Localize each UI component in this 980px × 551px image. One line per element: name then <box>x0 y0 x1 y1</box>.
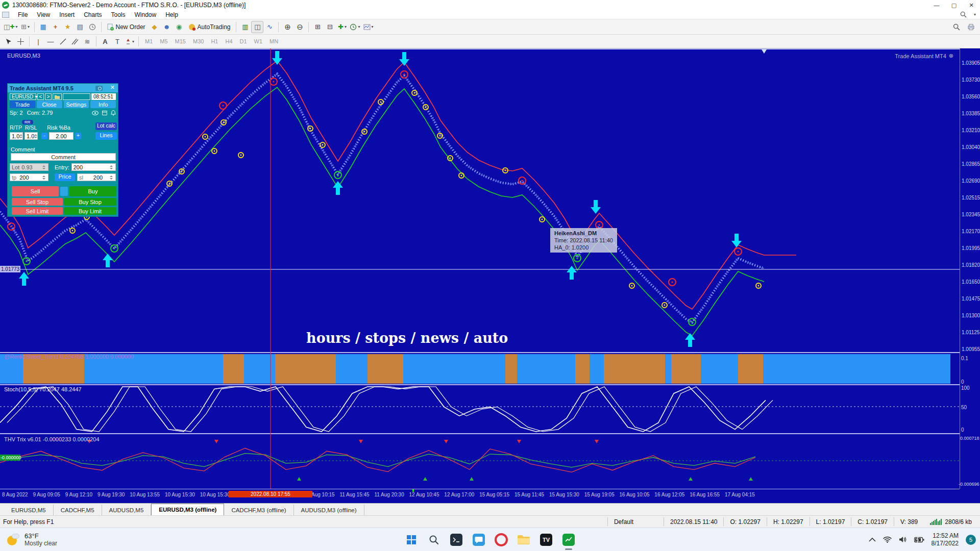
line-chart-button[interactable]: ∿ <box>263 21 276 33</box>
panel-title-bar[interactable]: Trade Assistant MT4 9.5 ✕ <box>8 84 118 92</box>
taskbar-clock[interactable]: 12:52 AM 8/17/2022 <box>932 532 959 547</box>
crosshair-tool-button[interactable] <box>14 35 27 47</box>
panel-tab-info[interactable]: Info <box>90 101 116 108</box>
timeframe-m1[interactable]: M1 <box>141 36 156 46</box>
buy-limit-button[interactable]: Buy Limit <box>64 207 116 215</box>
timeframe-m15[interactable]: M15 <box>172 36 189 46</box>
bell-icon[interactable] <box>111 110 116 116</box>
new-order-button[interactable]: New Order <box>104 21 149 33</box>
minimize-button[interactable]: — <box>928 0 945 10</box>
tile-windows-button[interactable]: ⊞ <box>311 21 324 33</box>
zoom-in-button[interactable]: ⊕ <box>281 21 293 33</box>
tp-input[interactable]: tp200 <box>10 173 48 181</box>
horizontal-line-tool[interactable]: — <box>44 35 57 47</box>
menu-view[interactable]: View <box>32 11 55 18</box>
menu-tools[interactable]: Tools <box>107 11 130 18</box>
chat-app-button[interactable] <box>470 531 487 548</box>
chart-tab-eurusd[interactable]: EURUSD,M3 (offline) <box>151 504 224 515</box>
panel-tab-trade[interactable]: Trade <box>10 101 35 108</box>
speaker-icon[interactable] <box>899 536 907 543</box>
zoom-out-button[interactable]: ⊖ <box>293 21 306 33</box>
maximize-button[interactable]: ▢ <box>945 0 963 10</box>
sl-input[interactable]: sl200 <box>77 173 116 181</box>
sell-limit-button[interactable]: Sell Limit <box>12 207 63 215</box>
autotrading-button[interactable]: AutoTrading <box>185 21 234 33</box>
eye-icon[interactable] <box>92 111 99 115</box>
timeframe-w1[interactable]: W1 <box>251 36 266 46</box>
toolbar-search-icon[interactable] <box>953 23 960 31</box>
lot-calc-button[interactable]: Lot calc <box>95 122 117 130</box>
panel-folder-icon[interactable] <box>53 93 62 100</box>
chevron-down-icon[interactable]: ▾ <box>974 12 976 17</box>
menu-insert[interactable]: Insert <box>55 11 79 18</box>
menu-charts[interactable]: Charts <box>79 11 106 18</box>
calendar-icon[interactable] <box>102 110 107 115</box>
navigator-button[interactable]: ★ <box>62 21 74 33</box>
panel-close-icon[interactable]: ✕ <box>110 84 115 91</box>
risk-plus-button[interactable]: + <box>75 133 81 139</box>
indicators-button[interactable]: ✚▾ <box>336 21 348 33</box>
chart-tab-audusd[interactable]: AUDUSD,M3 (offline) <box>294 505 364 515</box>
status-profile[interactable]: Default <box>607 517 664 525</box>
fibonacci-tool[interactable]: ≋ <box>81 35 93 47</box>
close-button[interactable]: ✕ <box>963 0 980 10</box>
chart-tab-audusd[interactable]: AUDUSD,M5 <box>102 505 152 515</box>
timeframe-h1[interactable]: H1 <box>207 36 222 46</box>
battery-icon[interactable] <box>914 537 924 543</box>
panel-next-button[interactable]: > <box>45 93 52 100</box>
notification-badge[interactable]: 5 <box>966 535 976 545</box>
child-window-icon[interactable] <box>2 12 9 18</box>
lines-button[interactable]: Lines <box>95 132 117 140</box>
panel-tab-settings[interactable]: Settings <box>64 101 89 108</box>
market-watch-button[interactable]: ▦ <box>37 21 50 33</box>
bar-chart-button[interactable]: ▥ <box>239 21 251 33</box>
buy-stop-button[interactable]: Buy Stop <box>64 198 116 206</box>
entry-input[interactable]: 200 <box>71 163 116 171</box>
signals-button[interactable]: ◉ <box>173 21 185 33</box>
trendline-tool[interactable] <box>57 35 69 47</box>
buy-button[interactable]: Buy <box>69 186 116 196</box>
start-button[interactable] <box>403 531 420 548</box>
menu-window[interactable]: Window <box>130 11 161 18</box>
chart-tab-cadchf[interactable]: CADCHF,M3 (offline) <box>224 505 293 515</box>
taskbar-search-button[interactable] <box>425 531 443 548</box>
corner-close-icon[interactable]: ⊗ <box>949 53 953 59</box>
weather-widget[interactable]: 63°F Mostly clear <box>0 532 57 547</box>
periods-button[interactable]: ▾ <box>348 21 361 33</box>
expert-advisors-button[interactable]: ◆ <box>149 21 161 33</box>
trading-terminal-button[interactable] <box>560 531 577 548</box>
new-chart-button[interactable]: ◫✚▾ <box>2 21 19 33</box>
profiles-button[interactable]: ⊞▾ <box>19 21 32 33</box>
print-icon[interactable] <box>967 23 975 31</box>
tester-agent-button[interactable]: ☻ <box>161 21 173 33</box>
search-icon[interactable] <box>960 11 967 18</box>
channel-tool[interactable] <box>69 35 81 47</box>
sell-stop-button[interactable]: Sell Stop <box>12 198 63 206</box>
text-label-tool[interactable]: T <box>111 35 124 47</box>
file-explorer-button[interactable] <box>515 531 532 548</box>
chart-tab-cadchf[interactable]: CADCHF,M5 <box>54 505 102 515</box>
risk-minus-button[interactable]: - <box>41 133 47 139</box>
terminal-button[interactable]: ▤ <box>74 21 86 33</box>
price-button[interactable]: Price <box>55 173 75 181</box>
lot-input[interactable]: Lot0.93 <box>10 163 48 171</box>
panel-tab-close[interactable]: Close <box>37 101 62 108</box>
rtp-input[interactable]: 1.0 <box>10 132 23 140</box>
timeframe-d1[interactable]: D1 <box>236 36 251 46</box>
text-tool[interactable]: A <box>99 35 111 47</box>
comment-input[interactable]: Comment <box>11 153 116 161</box>
rsl-input[interactable]: 1.0 <box>24 132 38 140</box>
arrows-tool[interactable]: ▾ <box>124 35 136 47</box>
menu-help[interactable]: Help <box>161 11 183 18</box>
terminal-app-button[interactable] <box>448 531 465 548</box>
timeframe-mn[interactable]: MN <box>266 36 282 46</box>
timeframe-m5[interactable]: M5 <box>156 36 171 46</box>
tradingview-app-button[interactable]: TV <box>537 531 555 548</box>
tray-chevron-icon[interactable] <box>869 537 876 542</box>
panel-symbol-select[interactable]: EURUSD <box>10 93 36 100</box>
wifi-icon[interactable] <box>883 536 892 543</box>
cascade-windows-button[interactable]: ⊟ <box>324 21 336 33</box>
opera-browser-button[interactable] <box>493 531 510 548</box>
chart-tab-eurusd[interactable]: EURUSD,M5 <box>4 505 54 515</box>
time-axis[interactable]: 8 Aug 20229 Aug 09:059 Aug 12:109 Aug 19… <box>0 489 960 503</box>
